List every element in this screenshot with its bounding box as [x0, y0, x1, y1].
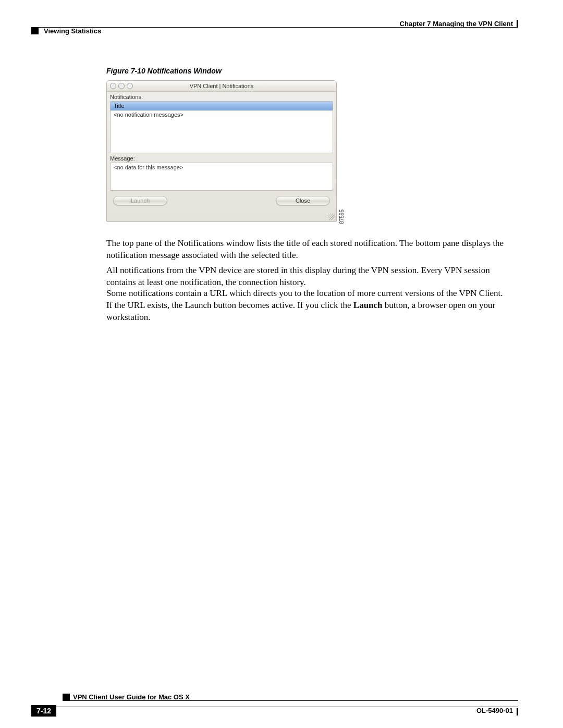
notifications-list[interactable]: Title <no notification messages> — [110, 101, 333, 153]
message-box: <no data for this message> — [110, 163, 333, 191]
list-item: <no notification messages> — [111, 110, 333, 119]
footer-rule — [31, 707, 518, 707]
window-title: VPN Client | Notifications — [107, 83, 336, 89]
notifications-label: Notifications: — [107, 92, 336, 101]
column-header-title[interactable]: Title — [111, 102, 333, 110]
resize-grip-icon[interactable] — [328, 214, 335, 220]
guide-title: VPN Client User Guide for Mac OS X — [73, 693, 190, 701]
document-id: OL-5490-01 — [476, 707, 513, 714]
message-label: Message: — [107, 153, 336, 163]
header-end-bar — [517, 20, 518, 27]
image-id: 87595 — [339, 209, 345, 224]
page-number: 7-12 — [31, 705, 56, 717]
section-marker-icon — [31, 27, 39, 34]
window-titlebar: VPN Client | Notifications — [107, 81, 336, 92]
body-paragraph: Some notifications contain a URL which d… — [106, 288, 508, 324]
button-row: Launch Close — [107, 191, 336, 208]
notifications-window: VPN Client | Notifications Notifications… — [106, 80, 337, 222]
figure-image: VPN Client | Notifications Notifications… — [106, 80, 340, 224]
chapter-title: Chapter 7 Managing the VPN Client — [400, 20, 513, 28]
launch-button[interactable]: Launch — [113, 196, 167, 205]
section-title: Viewing Statistics — [44, 27, 101, 35]
message-text: <no data for this message> — [114, 164, 183, 170]
figure-caption: Figure 7-10 Notifications Window — [106, 67, 222, 75]
body-paragraph: All notifications from the VPN device ar… — [106, 265, 508, 289]
footer-marker-icon — [63, 694, 70, 701]
launch-emphasis: Launch — [353, 300, 383, 310]
document-page: Chapter 7 Managing the VPN Client Viewin… — [0, 0, 563, 728]
close-button[interactable]: Close — [276, 196, 330, 205]
footer-end-bar — [517, 708, 518, 715]
body-paragraph: The top pane of the Notifications window… — [106, 238, 508, 262]
